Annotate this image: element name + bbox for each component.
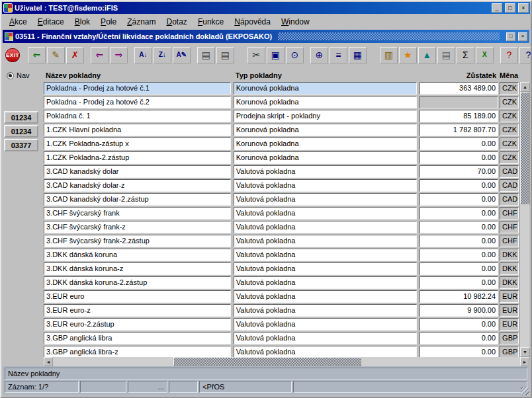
cell-cash-desk-type[interactable]: Valutová pokladna bbox=[234, 193, 417, 206]
table-row[interactable]: 3.DKK dánská koruna-z Valutová pokladna … bbox=[44, 262, 519, 275]
table-row[interactable]: 3.CHF švýcarský frank-2.zástup Valutová … bbox=[44, 235, 519, 247]
table-row[interactable]: 3.DKK dánská koruna-2.zástup Valutová po… bbox=[44, 276, 519, 289]
table-row[interactable]: 1.CZK Pokladna-2.zástup Korunová pokladn… bbox=[44, 151, 519, 164]
table-row[interactable]: 3.CAD kanadský dolar-z Valutová pokladna… bbox=[44, 179, 519, 192]
table-row[interactable]: 3.GBP anglická libra Valutová pokladna 0… bbox=[44, 332, 519, 344]
menu-pole[interactable]: Pole bbox=[95, 16, 122, 28]
cell-cash-desk-name[interactable]: 3.GBP anglická libra bbox=[44, 332, 231, 344]
table-row[interactable]: Pokladna č. 1 Prodejna skript - pokladny… bbox=[44, 110, 519, 122]
horizontal-scrollbar[interactable]: ◄ ► bbox=[44, 357, 529, 366]
sort-edit-icon[interactable]: A✎ bbox=[173, 47, 191, 63]
cell-cash-desk-name[interactable]: 3.CAD kanadský dolar-z bbox=[44, 179, 231, 192]
cell-cash-desk-type[interactable]: Valutová pokladna bbox=[234, 346, 417, 357]
cell-cash-desk-type[interactable]: Korunová pokladna bbox=[234, 124, 417, 136]
cell-cash-desk-name[interactable]: Pokladna č. 1 bbox=[44, 110, 231, 122]
nav-button-01234[interactable]: 01234 bbox=[4, 111, 38, 124]
cell-cash-desk-name[interactable]: 1.CZK Pokladna-2.zástup bbox=[44, 151, 231, 164]
cell-balance[interactable]: 0.00 bbox=[420, 151, 499, 164]
cell-cash-desk-name[interactable]: 3.GBP anglická libra-z bbox=[44, 346, 231, 357]
cell-cash-desk-type[interactable]: Valutová pokladna bbox=[234, 332, 417, 344]
cell-cash-desk-type[interactable]: Valutová pokladna bbox=[234, 165, 417, 178]
table-row[interactable]: 1.CZK Hlavní pokladna Korunová pokladna … bbox=[44, 124, 519, 136]
resize-grip[interactable] bbox=[521, 387, 529, 395]
cell-cash-desk-type[interactable]: Korunová pokladna bbox=[234, 151, 417, 164]
fetch-prev-icon[interactable]: ⇐ bbox=[91, 47, 109, 63]
table-row[interactable]: 3.CHF švýcarský frank Valutová pokladna … bbox=[44, 207, 519, 219]
fetch-next-icon[interactable]: ⇒ bbox=[110, 47, 128, 63]
cell-cash-desk-type[interactable]: Valutová pokladna bbox=[234, 318, 417, 331]
cell-cash-desk-type[interactable]: Korunová pokladna bbox=[234, 138, 417, 150]
menu-blok[interactable]: Blok bbox=[69, 16, 95, 28]
cell-cash-desk-name[interactable]: 3.EUR euro-2.zástup bbox=[44, 318, 231, 331]
cell-cash-desk-type[interactable]: Valutová pokladna bbox=[234, 249, 417, 261]
menu-zaznam[interactable]: Záznam bbox=[122, 16, 161, 28]
cell-cash-desk-name[interactable]: 3.DKK dánská koruna bbox=[44, 249, 231, 261]
excel-icon[interactable]: X bbox=[476, 47, 494, 63]
table-row[interactable]: 3.EUR euro-z Valutová pokladna 9 900.00 … bbox=[44, 304, 519, 317]
cell-cash-desk-type[interactable]: Korunová pokladna bbox=[234, 96, 417, 108]
print-all-icon[interactable]: ▤ bbox=[216, 47, 234, 63]
cell-balance[interactable]: 0.00 bbox=[420, 193, 499, 206]
cell-cash-desk-name[interactable]: 3.EUR euro bbox=[44, 290, 231, 303]
cell-cash-desk-name[interactable]: 3.EUR euro-z bbox=[44, 304, 231, 317]
cell-cash-desk-name[interactable]: 3.CHF švýcarský frank bbox=[44, 207, 231, 219]
help-context-icon[interactable]: ? bbox=[500, 47, 518, 63]
cell-balance[interactable]: 0.00 bbox=[420, 276, 499, 289]
cell-cash-desk-name[interactable]: 3.CHF švýcarský frank-z bbox=[44, 221, 231, 233]
cell-balance[interactable]: 0.00 bbox=[420, 179, 499, 192]
edit-record-icon[interactable]: ✎ bbox=[47, 47, 65, 63]
cell-cash-desk-name[interactable]: 1.CZK Hlavní pokladna bbox=[44, 124, 231, 136]
mdi-drag-texture[interactable] bbox=[278, 32, 500, 40]
cell-balance[interactable]: 0.00 bbox=[420, 262, 499, 275]
mdi-restore-button[interactable]: □ bbox=[506, 32, 515, 41]
vertical-scroll-thumb[interactable] bbox=[520, 92, 530, 204]
cell-cash-desk-name[interactable]: 3.DKK dánská koruna-z bbox=[44, 262, 231, 275]
exit-button[interactable]: EXIT bbox=[5, 48, 20, 62]
table-row[interactable]: 3.CAD kanadský dolar Valutová pokladna 7… bbox=[44, 165, 519, 178]
delete-record-icon[interactable]: ✗ bbox=[66, 47, 84, 63]
cell-cash-desk-type[interactable]: Valutová pokladna bbox=[234, 262, 417, 275]
menu-funkce[interactable]: Funkce bbox=[193, 16, 229, 28]
list-icon[interactable]: ≡ bbox=[330, 47, 347, 63]
zoom-icon[interactable]: ⊕ bbox=[310, 47, 328, 63]
sum-icon[interactable]: Σ bbox=[457, 47, 474, 63]
cell-balance[interactable]: 0.00 bbox=[420, 249, 499, 261]
table-row[interactable]: Pokladna - Prodej za hotové č.1 Korunová… bbox=[44, 82, 519, 95]
cell-balance[interactable]: 0.00 bbox=[420, 346, 499, 357]
cell-balance[interactable]: 0.00 bbox=[420, 138, 499, 150]
menu-napoveda[interactable]: Nápověda bbox=[229, 16, 276, 28]
vertical-scrollbar[interactable]: ▲ ▼ bbox=[519, 82, 529, 357]
print-icon[interactable]: ▤ bbox=[197, 47, 215, 63]
cut-icon[interactable]: ✂ bbox=[247, 47, 265, 63]
cell-balance[interactable]: 85 189.00 bbox=[420, 110, 499, 122]
cell-cash-desk-type[interactable]: Prodejna skript - pokladny bbox=[234, 110, 417, 122]
cell-balance[interactable]: 363 489.00 bbox=[420, 82, 499, 95]
cell-balance[interactable]: 0.00 bbox=[420, 332, 499, 344]
table-row[interactable]: 3.DKK dánská koruna Valutová pokladna 0.… bbox=[44, 249, 519, 261]
table-row[interactable]: 1.CZK Pokladna-zástup x Korunová pokladn… bbox=[44, 138, 519, 150]
close-button[interactable]: × bbox=[518, 3, 529, 13]
cell-balance[interactable]: 0.00 bbox=[420, 221, 499, 233]
cell-cash-desk-name[interactable]: 1.CZK Pokladna-zástup x bbox=[44, 138, 231, 150]
printer2-icon[interactable]: ▤ bbox=[437, 47, 455, 63]
cell-balance[interactable]: 0.00 bbox=[420, 318, 499, 331]
sort-desc-icon[interactable]: Z↓ bbox=[154, 47, 171, 63]
scroll-left-button[interactable]: ◄ bbox=[44, 357, 53, 366]
sort-asc-icon[interactable]: A↓ bbox=[134, 47, 152, 63]
chart-icon[interactable]: ▲ bbox=[418, 47, 436, 63]
nav-radio[interactable] bbox=[7, 72, 14, 79]
cell-balance[interactable]: 0.00 bbox=[420, 207, 499, 219]
menu-akce[interactable]: Akce bbox=[4, 16, 32, 28]
menu-window[interactable]: Window bbox=[276, 16, 315, 28]
cell-cash-desk-type[interactable]: Valutová pokladna bbox=[234, 235, 417, 247]
scroll-up-button[interactable]: ▲ bbox=[520, 82, 530, 92]
cell-cash-desk-type[interactable]: Valutová pokladna bbox=[234, 276, 417, 289]
cell-cash-desk-name[interactable]: 3.CAD kanadský dolar bbox=[44, 165, 231, 178]
scroll-down-button[interactable]: ▼ bbox=[520, 347, 530, 357]
cell-cash-desk-type[interactable]: Korunová pokladna bbox=[234, 82, 417, 95]
table-row[interactable]: 3.CHF švýcarský frank-z Valutová pokladn… bbox=[44, 221, 519, 233]
scroll-right-button[interactable]: ► bbox=[520, 357, 529, 366]
menu-editace[interactable]: Editace bbox=[32, 16, 69, 28]
menu-dotaz[interactable]: Dotaz bbox=[161, 16, 193, 28]
cell-balance[interactable]: 1 782 807.70 bbox=[420, 124, 499, 136]
